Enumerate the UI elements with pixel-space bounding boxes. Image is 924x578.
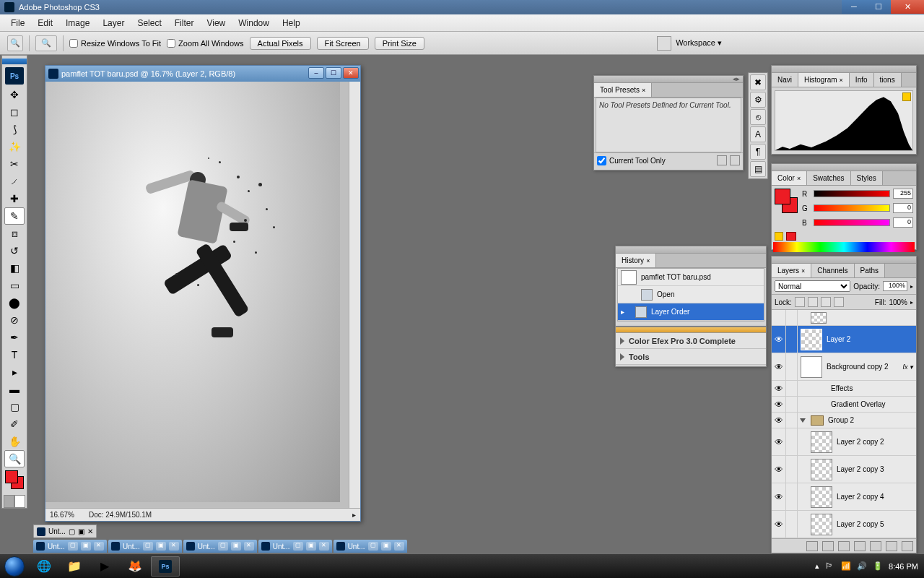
doc-minimize-button[interactable]: –	[308, 67, 324, 79]
layer-row[interactable]: 👁Layer 2 copy 3	[772, 456, 916, 483]
stamp-tool[interactable]: ⧈	[4, 225, 25, 242]
shape-tool[interactable]: ▬	[4, 381, 25, 398]
canvas-viewport[interactable]	[45, 82, 349, 508]
tab-styles[interactable]: Styles	[851, 171, 883, 185]
minimized-doc-tab[interactable]: Unt... ▢ ▣ ✕	[33, 525, 97, 538]
statusbar-arrow-icon[interactable]: ▸	[352, 511, 356, 519]
tab-navigator[interactable]: Navi	[772, 73, 798, 87]
workspace-dropdown[interactable]: Workspace ▾	[676, 38, 722, 48]
pen-tool[interactable]: ✒	[4, 329, 25, 346]
layer-row[interactable]: 👁Background copy 2fx ▾	[772, 353, 916, 381]
history-snapshot[interactable]: pamflet TOT baru.psd	[618, 269, 764, 286]
panel-drag-handle[interactable]	[616, 246, 766, 254]
layer-row[interactable]: 👁Layer 2 copy 5	[772, 511, 916, 538]
document-titlebar[interactable]: pamflet TOT baru.psd @ 16.7% (Layer 2, R…	[45, 66, 360, 82]
color-swatch[interactable]	[4, 470, 25, 491]
menu-filter[interactable]: Filter	[168, 16, 201, 30]
vertical-scrollbar[interactable]	[349, 82, 360, 508]
new-layer-icon[interactable]	[886, 541, 897, 551]
history-item[interactable]: ▸Layer Order	[618, 303, 764, 321]
screen-mode-icon[interactable]	[657, 36, 671, 51]
lock-pixels-icon[interactable]	[808, 297, 818, 307]
dock-icon[interactable]: ⎋	[750, 109, 766, 125]
fx-badge[interactable]: fx ▾	[902, 363, 916, 371]
visibility-toggle[interactable]: 👁	[772, 353, 786, 380]
history-item[interactable]: Open	[618, 286, 764, 303]
panel-menu-icon[interactable]: ◂▸	[733, 75, 740, 82]
tab-paths[interactable]: Paths	[855, 264, 886, 277]
panel-drag-handle[interactable]	[772, 66, 916, 73]
layer-row[interactable]: 👁Layer 2 copy 2	[772, 428, 916, 456]
menu-window[interactable]: Window	[232, 16, 276, 30]
menu-view[interactable]: View	[200, 16, 232, 30]
zoom-all-checkbox[interactable]: Zoom All Windows	[167, 39, 243, 48]
red-value[interactable]: 255	[893, 189, 913, 199]
tab-swatches[interactable]: Swatches	[807, 171, 850, 185]
lock-all-icon[interactable]	[834, 297, 844, 307]
tab-max-icon[interactable]: ▣	[78, 527, 84, 535]
slice-tool[interactable]: ⟋	[4, 173, 25, 190]
menu-edit[interactable]: Edit	[31, 16, 59, 30]
fill-input[interactable]: 100%	[889, 298, 907, 306]
adjustment-layer-icon[interactable]	[854, 541, 866, 551]
heal-tool[interactable]: ✚	[4, 190, 25, 207]
gradient-tool[interactable]: ▭	[4, 277, 25, 294]
doc-tab[interactable]: Unt...▢▣✕	[33, 540, 107, 553]
plugin-row[interactable]: Color Efex Pro 3.0 Complete	[616, 333, 766, 349]
lock-position-icon[interactable]	[821, 297, 831, 307]
taskbar-media-icon[interactable]: ▶	[90, 556, 119, 577]
quick-mask-toggle[interactable]	[4, 495, 25, 508]
doc-tab[interactable]: Unt...▢▣✕	[183, 540, 257, 553]
marquee-tool[interactable]: ◻	[4, 103, 25, 121]
dock-icon[interactable]: ✖	[750, 74, 766, 90]
menu-image[interactable]: Image	[59, 16, 96, 30]
green-slider[interactable]	[814, 204, 890, 212]
opacity-input[interactable]: 100%	[883, 281, 907, 291]
fit-screen-button[interactable]: Fit Screen	[317, 37, 369, 50]
gamut-warning-icon[interactable]	[775, 232, 783, 241]
zoom-tool-icon[interactable]: 🔍	[7, 35, 23, 51]
green-value[interactable]: 0	[893, 203, 913, 213]
tray-flag-icon[interactable]: 🏳	[825, 561, 835, 571]
tab-restore-icon[interactable]: ▢	[69, 527, 75, 535]
doc-tab[interactable]: Unt...▢▣✕	[334, 540, 407, 553]
menu-layer[interactable]: Layer	[96, 16, 131, 30]
current-tool-only-checkbox[interactable]	[597, 156, 606, 165]
visibility-toggle[interactable]: 👁	[772, 326, 786, 353]
doc-tab[interactable]: Unt...▢▣✕	[258, 540, 332, 553]
notes-tool[interactable]: ▢	[4, 398, 25, 415]
layer-effect-row[interactable]: 👁Gradient Overlay	[772, 397, 916, 413]
zoom-preset-icon[interactable]: 🔍	[35, 35, 57, 51]
red-slider[interactable]	[814, 190, 890, 197]
zoom-tool[interactable]: 🔍	[4, 450, 25, 467]
group-disclosure-icon[interactable]	[800, 418, 806, 423]
wand-tool[interactable]: ✨	[4, 138, 25, 155]
tray-expand-icon[interactable]: ▴	[815, 561, 819, 571]
actual-pixels-button[interactable]: Actual Pixels	[250, 37, 311, 50]
dock-icon[interactable]: A	[750, 126, 766, 142]
layer-effect-row[interactable]: 👁Effects	[772, 381, 916, 397]
window-close-button[interactable]: ✕	[891, 0, 924, 14]
tray-volume-icon[interactable]: 🔊	[857, 561, 867, 571]
color-swatches[interactable]	[775, 189, 798, 220]
layer-group-row[interactable]: 👁Group 2	[772, 413, 916, 428]
brush-tool[interactable]: ✎	[4, 207, 25, 225]
doc-close-button[interactable]: ✕	[343, 67, 359, 79]
delete-layer-icon[interactable]	[902, 541, 913, 551]
layer-fx-icon[interactable]	[822, 541, 834, 551]
tab-actions[interactable]: tions	[874, 73, 902, 87]
new-group-icon[interactable]	[870, 541, 881, 551]
doc-tab[interactable]: Unt...▢▣✕	[108, 540, 182, 553]
resize-windows-checkbox[interactable]: Resize Windows To Fit	[69, 39, 161, 48]
dock-icon[interactable]: ⚙	[750, 92, 766, 108]
start-button[interactable]	[0, 554, 29, 578]
dodge-tool[interactable]: ⊘	[4, 311, 25, 329]
link-layers-icon[interactable]	[806, 541, 818, 551]
dock-icon[interactable]: ▤	[750, 161, 766, 177]
window-minimize-button[interactable]: ─	[842, 0, 866, 14]
histogram-warning-icon[interactable]	[902, 92, 911, 101]
fill-flyout-icon[interactable]: ▸	[910, 299, 913, 306]
menu-select[interactable]: Select	[131, 16, 167, 30]
taskbar-explorer-icon[interactable]: 📁	[60, 556, 89, 577]
eraser-tool[interactable]: ◧	[4, 259, 25, 277]
